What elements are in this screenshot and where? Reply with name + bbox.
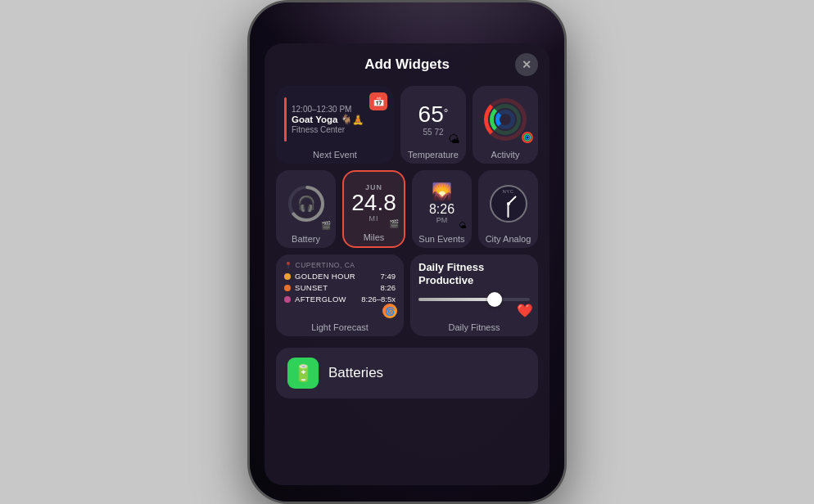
sunrise-icon: 🌄 (432, 182, 452, 201)
light-forecast-label: Light Forecast (311, 319, 369, 336)
airpods-icon: 🎧 (297, 195, 315, 213)
miles-label: Miles (364, 229, 385, 246)
weather-icon: 🌤 (448, 133, 459, 146)
miles-unit: MI (369, 214, 379, 223)
city-name: NYC (502, 189, 513, 194)
calendar-icon: 📅 (369, 92, 387, 110)
sunset-dot (284, 285, 291, 291)
batteries-section: 🔋 Batteries (265, 344, 549, 405)
stand-ring (495, 110, 515, 129)
miles-value: 24.8 (351, 191, 396, 214)
sunset-time: 8:26 (381, 283, 396, 292)
sun-events-widget[interactable]: 🌄 8:26 PM 🌤 Sun Events (412, 170, 472, 248)
widgets-grid: 12:00–12:30 PM Goat Yoga 🐐🧘 Fitness Cent… (265, 83, 549, 344)
sunset-name: SUNSET (295, 283, 328, 292)
batteries-app-icon: 🔋 (287, 358, 319, 389)
light-forecast-widget[interactable]: 📍 CUPERTINO, CA GOLDEN HOUR 7:49 (276, 254, 404, 336)
city-analog-label: City Analog (486, 231, 531, 248)
slider-track (418, 298, 530, 301)
daily-fitness-slider[interactable] (418, 291, 530, 308)
sun-app-icon: 🌤 (459, 221, 467, 230)
next-event-widget[interactable]: 12:00–12:30 PM Goat Yoga 🐐🧘 Fitness Cent… (276, 86, 394, 164)
miles-app-icon: 🎬 (389, 219, 399, 228)
modal-title: Add Widgets (364, 56, 450, 73)
rings-container (484, 98, 527, 141)
slider-fill (418, 298, 491, 301)
daily-fitness-label: Daily Fitness (449, 319, 500, 336)
widgets-row-1: 12:00–12:30 PM Goat Yoga 🐐🧘 Fitness Cent… (276, 86, 538, 164)
close-icon: ✕ (522, 58, 531, 71)
temperature-value: 65 (418, 103, 444, 126)
sunset-row: SUNSET 8:26 (284, 283, 396, 292)
activity-app-icon (522, 132, 533, 146)
add-widgets-modal: Add Widgets ✕ 12:00–12:30 PM Goat Yoga 🐐… (265, 43, 549, 485)
phone-frame: Add Widgets ✕ 12:00–12:30 PM Goat Yoga 🐐… (247, 0, 567, 504)
analog-clock: NYC (490, 185, 527, 223)
batteries-label: Batteries (328, 365, 383, 381)
miles-widget[interactable]: JUN 24.8 MI 🎬 Miles (342, 170, 405, 248)
temperature-widget[interactable]: 65 ° 55 72 🌤 Temperature (400, 86, 466, 164)
golden-hour-row: GOLDEN HOUR 7:49 (284, 272, 396, 281)
golden-hour-name: GOLDEN HOUR (295, 272, 355, 281)
sun-time: 8:26 (429, 203, 454, 216)
afterglow-dot (284, 296, 291, 303)
activity-widget[interactable]: Activity (473, 86, 538, 164)
activity-rings (484, 86, 527, 146)
battery-widget[interactable]: 🎧 🎬 Battery (276, 170, 336, 248)
forecast-location: 📍 CUPERTINO, CA (284, 261, 396, 269)
widgets-row-2: 🎧 🎬 Battery JUN 24.8 MI 🎬 Miles (276, 170, 538, 248)
afterglow-row: AFTERGLOW 8:26–8:5x (284, 295, 396, 304)
event-name: Goat Yoga 🐐🧘 (292, 114, 364, 126)
event-location: Fitness Center (292, 125, 364, 134)
golden-hour-time: 7:49 (381, 272, 396, 281)
daily-fitness-title: Daily Fitness Productive (418, 261, 530, 286)
afterglow-time: 8:26–8:5x (361, 295, 396, 304)
event-time: 12:00–12:30 PM (292, 105, 364, 114)
daily-fitness-widget[interactable]: Daily Fitness Productive ❤️ Daily Fitnes… (410, 254, 538, 336)
svg-point-2 (526, 136, 529, 139)
modal-header: Add Widgets ✕ (265, 43, 549, 83)
svg-point-1 (524, 134, 531, 141)
temperature-label: Temperature (408, 146, 459, 164)
slider-thumb[interactable] (487, 292, 502, 307)
forecast-app-icon: 🌀 (382, 304, 397, 318)
heart-icon: ❤️ (517, 303, 533, 318)
next-event-label: Next Event (313, 146, 357, 164)
sun-events-label: Sun Events (418, 231, 464, 248)
sun-content: 🌄 8:26 PM (429, 170, 454, 231)
close-button[interactable]: ✕ (515, 53, 538, 76)
afterglow-name: AFTERGLOW (295, 295, 346, 304)
golden-hour-dot (284, 273, 291, 280)
battery-label: Battery (292, 231, 320, 248)
city-analog-widget[interactable]: NYC City Analog (478, 170, 538, 248)
sun-ampm: PM (436, 216, 448, 224)
battery-content: 🎧 (286, 170, 327, 231)
activity-label: Activity (491, 146, 520, 164)
clock-center (507, 202, 510, 205)
temperature-range: 55 72 (423, 128, 443, 137)
batteries-card[interactable]: 🔋 Batteries (276, 348, 538, 398)
video-camera-icon: 🎬 (321, 221, 331, 230)
minute-hand (508, 204, 509, 218)
city-content: NYC (490, 170, 527, 231)
widgets-row-3: 📍 CUPERTINO, CA GOLDEN HOUR 7:49 (276, 254, 538, 336)
